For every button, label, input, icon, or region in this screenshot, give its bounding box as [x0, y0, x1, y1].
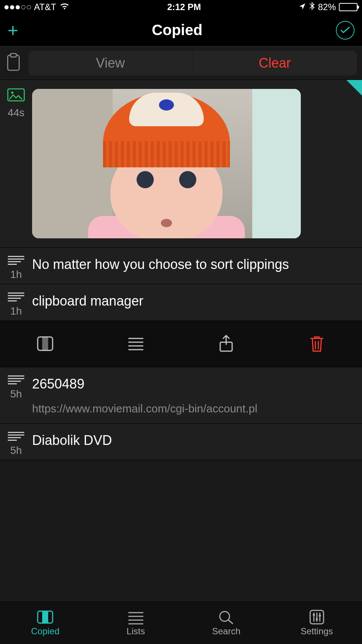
- add-button[interactable]: +: [7, 21, 18, 40]
- clip-time: 5h: [10, 388, 22, 400]
- wifi-icon: [59, 2, 70, 12]
- svg-point-23: [316, 618, 318, 620]
- tab-label: Copied: [31, 626, 59, 637]
- clip-image-thumbnail[interactable]: [32, 89, 301, 238]
- text-type-icon: [8, 375, 24, 384]
- svg-rect-1: [10, 53, 16, 57]
- battery-icon: [339, 3, 358, 11]
- svg-rect-5: [42, 337, 48, 350]
- clear-label: Clear: [259, 55, 291, 71]
- segmented-control: View Clear: [28, 51, 357, 75]
- svg-point-25: [319, 614, 321, 617]
- clip-title: No matter how you choose to sort clippin…: [32, 256, 356, 273]
- svg-line-18: [228, 620, 233, 624]
- tab-label: Search: [212, 626, 240, 637]
- tab-search[interactable]: Search: [181, 602, 272, 644]
- tab-settings[interactable]: Settings: [272, 602, 362, 644]
- delete-action-button[interactable]: [272, 334, 362, 353]
- image-type-icon: [7, 88, 25, 103]
- clear-button[interactable]: Clear: [193, 51, 357, 75]
- selected-indicator-icon: [346, 80, 362, 96]
- clip-time: 44s: [7, 107, 24, 119]
- text-type-icon: [8, 292, 24, 301]
- clip-title: Diabolik DVD: [32, 432, 356, 449]
- svg-point-17: [220, 612, 230, 621]
- list-action-button[interactable]: [91, 334, 181, 353]
- svg-rect-12: [42, 611, 48, 623]
- tab-lists[interactable]: Lists: [91, 602, 181, 644]
- clip-time: 1h: [10, 269, 22, 281]
- status-left: AT&T: [4, 2, 70, 12]
- location-icon: [299, 2, 306, 12]
- nav-bar: + Copied: [0, 14, 362, 46]
- share-action-button[interactable]: [181, 334, 272, 353]
- status-time: 2:12 PM: [167, 2, 201, 12]
- tab-label: Lists: [127, 626, 145, 637]
- row-actions-bar: [0, 321, 362, 367]
- clip-subtitle: https://www.moviemail.com/cgi-bin/accoun…: [32, 402, 356, 415]
- tab-copied[interactable]: Copied: [0, 602, 91, 644]
- battery-percentage: 82%: [318, 2, 336, 12]
- clip-row-text[interactable]: 1h clipboard manager: [0, 284, 362, 321]
- nav-title: Copied: [152, 22, 203, 38]
- svg-point-21: [313, 614, 315, 616]
- view-label: View: [96, 55, 125, 71]
- clip-row-image[interactable]: 44s: [0, 80, 362, 248]
- select-mode-button[interactable]: [336, 21, 355, 40]
- signal-strength-icon: [4, 5, 31, 9]
- copy-action-button[interactable]: [0, 334, 91, 353]
- svg-point-3: [11, 92, 13, 94]
- clip-row-text[interactable]: 5h 2650489 https://www.moviemail.com/cgi…: [0, 367, 362, 424]
- clip-time: 5h: [10, 445, 22, 456]
- clippings-list[interactable]: 44s: [0, 80, 362, 460]
- tab-bar: Copied Lists Search Settings: [0, 601, 362, 644]
- tab-label: Settings: [300, 626, 333, 637]
- status-right: 82%: [299, 1, 358, 13]
- status-bar: AT&T 2:12 PM 82%: [0, 0, 362, 14]
- text-type-icon: [8, 432, 24, 441]
- clip-title: 2650489: [32, 375, 356, 393]
- toolbar: View Clear: [0, 46, 362, 80]
- clip-row-text[interactable]: 1h No matter how you choose to sort clip…: [0, 248, 362, 284]
- carrier-label: AT&T: [34, 2, 56, 12]
- bluetooth-icon: [309, 1, 315, 13]
- clip-time: 1h: [10, 305, 22, 317]
- clipboard-icon[interactable]: [5, 53, 22, 73]
- text-type-icon: [8, 256, 24, 265]
- clip-title: clipboard manager: [32, 292, 356, 310]
- clip-row-text[interactable]: 5h Diabolik DVD: [0, 424, 362, 460]
- view-button[interactable]: View: [28, 51, 193, 75]
